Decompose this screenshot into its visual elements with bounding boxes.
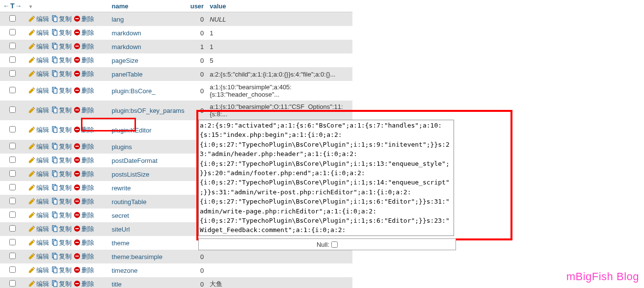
col-user[interactable]: user xyxy=(188,0,207,12)
cell-user[interactable]: 0 xyxy=(188,53,207,67)
copy-button[interactable]: 复制 xyxy=(51,15,72,24)
cell-value[interactable]: 大鱼 xyxy=(207,277,352,288)
cell-name-routingTable[interactable]: routingTable xyxy=(109,195,188,209)
edit-button[interactable]: 编辑 xyxy=(28,70,49,79)
delete-button[interactable]: 删除 xyxy=(74,183,94,192)
delete-button[interactable]: 删除 xyxy=(74,15,94,24)
copy-button[interactable]: 复制 xyxy=(51,197,72,206)
edit-button[interactable]: 编辑 xyxy=(28,252,49,261)
cell-user[interactable]: 0 xyxy=(188,250,207,263)
copy-button[interactable]: 复制 xyxy=(51,238,72,247)
edit-button[interactable]: 编辑 xyxy=(28,142,49,151)
edit-button[interactable]: 编辑 xyxy=(28,183,49,192)
cell-name-theme-bearsimple[interactable]: theme:bearsimple xyxy=(109,250,188,263)
col-value[interactable]: value xyxy=(207,0,352,12)
row-checkbox[interactable] xyxy=(9,253,16,259)
cell-value[interactable]: a:1:{s:10:"bearsimple";a:405:{s:13:"head… xyxy=(207,81,352,101)
copy-button[interactable]: 复制 xyxy=(51,56,72,65)
cell-name-title[interactable]: title xyxy=(109,277,188,288)
row-checkbox[interactable] xyxy=(9,280,16,287)
cell-name-markdown[interactable]: markdown xyxy=(109,26,188,40)
delete-button[interactable]: 删除 xyxy=(74,86,94,95)
copy-button[interactable]: 复制 xyxy=(51,142,72,151)
delete-button[interactable]: 删除 xyxy=(74,28,94,37)
delete-button[interactable]: 删除 xyxy=(74,170,94,179)
delete-button[interactable]: 删除 xyxy=(74,70,94,79)
copy-button[interactable]: 复制 xyxy=(51,86,72,95)
edit-button[interactable]: 编辑 xyxy=(28,197,49,206)
edit-button[interactable]: 编辑 xyxy=(28,106,49,115)
cell-value[interactable]: 5 xyxy=(207,53,352,67)
edit-button[interactable]: 编辑 xyxy=(28,225,49,234)
cell-name-theme[interactable]: theme xyxy=(109,236,188,250)
copy-button[interactable]: 复制 xyxy=(51,225,72,234)
nav-arrows[interactable]: ←T→ xyxy=(3,2,23,10)
delete-button[interactable]: 删除 xyxy=(74,238,94,247)
delete-button[interactable]: 删除 xyxy=(74,225,94,234)
row-checkbox[interactable] xyxy=(9,143,16,149)
cell-user[interactable]: 1 xyxy=(188,40,207,53)
cell-name-secret[interactable]: secret xyxy=(109,209,188,222)
cell-user[interactable]: 0 xyxy=(188,12,207,26)
value-editor-textarea[interactable] xyxy=(198,120,454,236)
row-checkbox[interactable] xyxy=(9,266,16,273)
edit-button[interactable]: 编辑 xyxy=(28,86,49,95)
delete-button[interactable]: 删除 xyxy=(74,211,94,220)
edit-button[interactable]: 编辑 xyxy=(28,156,49,165)
copy-button[interactable]: 复制 xyxy=(51,252,72,261)
cell-name-panelTable[interactable]: panelTable xyxy=(109,67,188,81)
row-checkbox[interactable] xyxy=(9,211,16,218)
cell-value[interactable] xyxy=(207,263,352,277)
col-actions[interactable] xyxy=(26,0,109,12)
cell-name-rewrite[interactable]: rewrite xyxy=(109,181,188,195)
row-checkbox[interactable] xyxy=(9,198,16,204)
delete-button[interactable]: 删除 xyxy=(74,106,94,115)
row-checkbox[interactable] xyxy=(9,106,16,113)
copy-button[interactable]: 复制 xyxy=(51,126,72,134)
row-checkbox[interactable] xyxy=(9,87,16,93)
row-checkbox[interactable] xyxy=(9,29,16,35)
delete-button[interactable]: 删除 xyxy=(74,142,94,151)
edit-button[interactable]: 编辑 xyxy=(28,280,49,288)
cell-user[interactable]: 0 xyxy=(188,277,207,288)
cell-name-postDateFormat[interactable]: postDateFormat xyxy=(109,154,188,167)
row-checkbox[interactable] xyxy=(9,184,16,190)
row-checkbox[interactable] xyxy=(9,126,16,132)
cell-name-plugin-bsOF-key-params[interactable]: plugin:bsOF_key_params xyxy=(109,101,188,120)
delete-button[interactable]: 删除 xyxy=(74,266,94,275)
cell-value[interactable]: a:1:{s:10:"bearsimple";O:11:"CSF_Options… xyxy=(207,101,352,120)
cell-value[interactable] xyxy=(207,250,352,263)
cell-name-markdown[interactable]: markdown xyxy=(109,40,188,53)
edit-button[interactable]: 编辑 xyxy=(28,238,49,247)
edit-button[interactable]: 编辑 xyxy=(28,42,49,51)
copy-button[interactable]: 复制 xyxy=(51,156,72,165)
edit-button[interactable]: 编辑 xyxy=(28,126,49,134)
cell-name-plugins[interactable]: plugins xyxy=(109,140,188,154)
row-checkbox[interactable] xyxy=(9,56,16,63)
delete-button[interactable]: 删除 xyxy=(74,156,94,165)
cell-value[interactable]: 1 xyxy=(207,40,352,53)
delete-button[interactable]: 删除 xyxy=(74,280,94,288)
cell-user[interactable]: 0 xyxy=(188,26,207,40)
cell-name-plugin-BsCore-[interactable]: plugin:BsCore_ xyxy=(109,81,188,101)
row-checkbox[interactable] xyxy=(9,157,16,163)
row-checkbox[interactable] xyxy=(9,15,16,22)
null-checkbox[interactable] xyxy=(331,241,338,248)
delete-button[interactable]: 删除 xyxy=(74,252,94,261)
copy-button[interactable]: 复制 xyxy=(51,211,72,220)
cell-user[interactable]: 0 xyxy=(188,101,207,120)
copy-button[interactable]: 复制 xyxy=(51,42,72,51)
edit-button[interactable]: 编辑 xyxy=(28,28,49,37)
cell-name-plugin-KEditor[interactable]: plugin:KEditor xyxy=(109,120,188,140)
cell-name-siteUrl[interactable]: siteUrl xyxy=(109,222,188,236)
copy-button[interactable]: 复制 xyxy=(51,106,72,115)
row-checkbox[interactable] xyxy=(9,225,16,232)
cell-value[interactable]: 1 xyxy=(207,26,352,40)
copy-button[interactable]: 复制 xyxy=(51,170,72,179)
cell-user[interactable]: 0 xyxy=(188,263,207,277)
cell-name-timezone[interactable]: timezone xyxy=(109,263,188,277)
delete-button[interactable]: 删除 xyxy=(74,42,94,51)
cell-name-pageSize[interactable]: pageSize xyxy=(109,53,188,67)
copy-button[interactable]: 复制 xyxy=(51,183,72,192)
copy-button[interactable]: 复制 xyxy=(51,28,72,37)
